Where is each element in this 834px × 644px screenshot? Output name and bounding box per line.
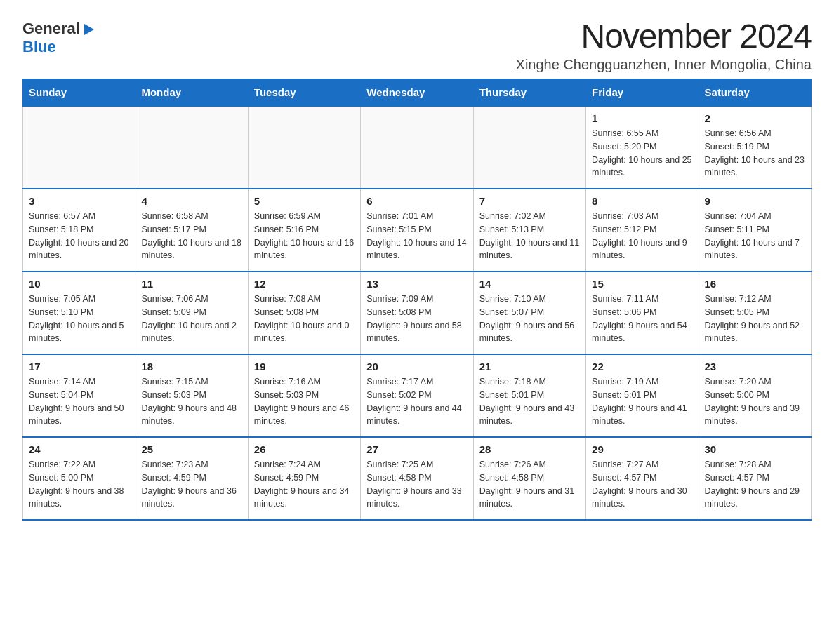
day-info: Sunrise: 7:23 AMSunset: 4:59 PMDaylight:…: [141, 458, 241, 511]
weekday-header-row: SundayMondayTuesdayWednesdayThursdayFrid…: [23, 79, 812, 107]
day-info: Sunrise: 6:59 AMSunset: 5:16 PMDaylight:…: [254, 210, 355, 262]
calendar-body: 1Sunrise: 6:55 AMSunset: 5:20 PMDaylight…: [23, 106, 812, 520]
day-number: 23: [705, 361, 805, 373]
day-info: Sunrise: 7:24 AMSunset: 4:59 PMDaylight:…: [254, 458, 355, 511]
calendar-day-cell: [135, 106, 248, 189]
day-number: 9: [705, 195, 805, 207]
day-number: 27: [366, 443, 467, 455]
day-number: 7: [479, 195, 580, 207]
day-number: 2: [705, 112, 805, 124]
weekday-header-sunday: Sunday: [23, 79, 135, 107]
day-number: 3: [29, 195, 129, 207]
calendar-day-cell: 22Sunrise: 7:19 AMSunset: 5:01 PMDayligh…: [586, 354, 699, 437]
day-info: Sunrise: 7:04 AMSunset: 5:11 PMDaylight:…: [705, 210, 805, 262]
subtitle: Xinghe Chengguanzhen, Inner Mongolia, Ch…: [516, 57, 812, 73]
day-info: Sunrise: 7:03 AMSunset: 5:12 PMDaylight:…: [592, 210, 692, 262]
svg-marker-0: [84, 24, 94, 35]
calendar-day-cell: 5Sunrise: 6:59 AMSunset: 5:16 PMDaylight…: [248, 189, 360, 271]
calendar-day-cell: 21Sunrise: 7:18 AMSunset: 5:01 PMDayligh…: [473, 354, 585, 437]
day-number: 29: [592, 443, 692, 455]
day-info: Sunrise: 7:14 AMSunset: 5:04 PMDaylight:…: [29, 375, 129, 428]
day-number: 17: [29, 361, 129, 373]
calendar-week-row: 17Sunrise: 7:14 AMSunset: 5:04 PMDayligh…: [23, 354, 812, 437]
calendar-day-cell: 1Sunrise: 6:55 AMSunset: 5:20 PMDaylight…: [586, 106, 699, 189]
day-number: 1: [592, 112, 692, 124]
calendar-day-cell: [23, 106, 135, 189]
day-info: Sunrise: 7:18 AMSunset: 5:01 PMDaylight:…: [479, 375, 580, 428]
day-info: Sunrise: 7:15 AMSunset: 5:03 PMDaylight:…: [141, 375, 241, 428]
day-info: Sunrise: 7:09 AMSunset: 5:08 PMDaylight:…: [366, 293, 467, 345]
title-block: November 2024 Xinghe Chengguanzhen, Inne…: [516, 17, 812, 73]
calendar-day-cell: 29Sunrise: 7:27 AMSunset: 4:57 PMDayligh…: [586, 437, 699, 520]
day-number: 16: [705, 278, 805, 290]
day-info: Sunrise: 7:20 AMSunset: 5:00 PMDaylight:…: [705, 375, 805, 428]
calendar-day-cell: 13Sunrise: 7:09 AMSunset: 5:08 PMDayligh…: [361, 271, 473, 354]
day-info: Sunrise: 7:26 AMSunset: 4:58 PMDaylight:…: [479, 458, 580, 511]
calendar-day-cell: 2Sunrise: 6:56 AMSunset: 5:19 PMDaylight…: [699, 106, 811, 189]
calendar-week-row: 24Sunrise: 7:22 AMSunset: 5:00 PMDayligh…: [23, 437, 812, 520]
calendar-day-cell: 30Sunrise: 7:28 AMSunset: 4:57 PMDayligh…: [699, 437, 811, 520]
calendar-week-row: 1Sunrise: 6:55 AMSunset: 5:20 PMDaylight…: [23, 106, 812, 189]
logo: General Blue: [22, 20, 95, 56]
calendar-header: SundayMondayTuesdayWednesdayThursdayFrid…: [23, 79, 812, 107]
day-info: Sunrise: 7:28 AMSunset: 4:57 PMDaylight:…: [705, 458, 805, 511]
day-number: 25: [141, 443, 241, 455]
calendar-day-cell: 23Sunrise: 7:20 AMSunset: 5:00 PMDayligh…: [699, 354, 811, 437]
day-number: 6: [366, 195, 467, 207]
calendar-day-cell: 24Sunrise: 7:22 AMSunset: 5:00 PMDayligh…: [23, 437, 135, 520]
calendar-day-cell: 10Sunrise: 7:05 AMSunset: 5:10 PMDayligh…: [23, 271, 135, 354]
calendar-day-cell: 12Sunrise: 7:08 AMSunset: 5:08 PMDayligh…: [248, 271, 360, 354]
day-info: Sunrise: 7:08 AMSunset: 5:08 PMDaylight:…: [254, 293, 355, 345]
calendar-day-cell: 15Sunrise: 7:11 AMSunset: 5:06 PMDayligh…: [586, 271, 699, 354]
main-title: November 2024: [516, 17, 812, 55]
weekday-header-tuesday: Tuesday: [248, 79, 360, 107]
day-number: 8: [592, 195, 692, 207]
day-info: Sunrise: 7:11 AMSunset: 5:06 PMDaylight:…: [592, 293, 692, 345]
day-number: 18: [141, 361, 241, 373]
day-info: Sunrise: 7:27 AMSunset: 4:57 PMDaylight:…: [592, 458, 692, 511]
weekday-header-thursday: Thursday: [473, 79, 585, 107]
calendar-day-cell: 20Sunrise: 7:17 AMSunset: 5:02 PMDayligh…: [361, 354, 473, 437]
calendar-day-cell: 4Sunrise: 6:58 AMSunset: 5:17 PMDaylight…: [135, 189, 248, 271]
calendar-day-cell: 3Sunrise: 6:57 AMSunset: 5:18 PMDaylight…: [23, 189, 135, 271]
day-info: Sunrise: 7:01 AMSunset: 5:15 PMDaylight:…: [366, 210, 467, 262]
day-info: Sunrise: 7:02 AMSunset: 5:13 PMDaylight:…: [479, 210, 580, 262]
page-header: General Blue November 2024 Xinghe Chengg…: [22, 17, 812, 73]
day-info: Sunrise: 6:56 AMSunset: 5:19 PMDaylight:…: [705, 127, 805, 180]
logo-blue-text: Blue: [22, 38, 56, 55]
calendar-week-row: 10Sunrise: 7:05 AMSunset: 5:10 PMDayligh…: [23, 271, 812, 354]
day-number: 4: [141, 195, 241, 207]
day-number: 21: [479, 361, 580, 373]
day-info: Sunrise: 7:10 AMSunset: 5:07 PMDaylight:…: [479, 293, 580, 345]
day-number: 24: [29, 443, 129, 455]
day-info: Sunrise: 6:57 AMSunset: 5:18 PMDaylight:…: [29, 210, 129, 262]
day-info: Sunrise: 7:19 AMSunset: 5:01 PMDaylight:…: [592, 375, 692, 428]
day-info: Sunrise: 7:12 AMSunset: 5:05 PMDaylight:…: [705, 293, 805, 345]
calendar-day-cell: 28Sunrise: 7:26 AMSunset: 4:58 PMDayligh…: [473, 437, 585, 520]
day-info: Sunrise: 7:22 AMSunset: 5:00 PMDaylight:…: [29, 458, 129, 511]
day-info: Sunrise: 7:16 AMSunset: 5:03 PMDaylight:…: [254, 375, 355, 428]
day-number: 19: [254, 361, 355, 373]
calendar-day-cell: 6Sunrise: 7:01 AMSunset: 5:15 PMDaylight…: [361, 189, 473, 271]
calendar-day-cell: 26Sunrise: 7:24 AMSunset: 4:59 PMDayligh…: [248, 437, 360, 520]
day-info: Sunrise: 6:58 AMSunset: 5:17 PMDaylight:…: [141, 210, 241, 262]
day-number: 15: [592, 278, 692, 290]
day-info: Sunrise: 7:05 AMSunset: 5:10 PMDaylight:…: [29, 293, 129, 345]
day-number: 13: [366, 278, 467, 290]
day-number: 14: [479, 278, 580, 290]
day-number: 22: [592, 361, 692, 373]
day-number: 28: [479, 443, 580, 455]
day-number: 10: [29, 278, 129, 290]
weekday-header-saturday: Saturday: [699, 79, 811, 107]
calendar-table: SundayMondayTuesdayWednesdayThursdayFrid…: [22, 79, 812, 521]
calendar-day-cell: [248, 106, 360, 189]
calendar-day-cell: 19Sunrise: 7:16 AMSunset: 5:03 PMDayligh…: [248, 354, 360, 437]
calendar-day-cell: 8Sunrise: 7:03 AMSunset: 5:12 PMDaylight…: [586, 189, 699, 271]
day-info: Sunrise: 7:06 AMSunset: 5:09 PMDaylight:…: [141, 293, 241, 345]
calendar-day-cell: 17Sunrise: 7:14 AMSunset: 5:04 PMDayligh…: [23, 354, 135, 437]
day-number: 20: [366, 361, 467, 373]
day-info: Sunrise: 7:25 AMSunset: 4:58 PMDaylight:…: [366, 458, 467, 511]
weekday-header-wednesday: Wednesday: [361, 79, 473, 107]
day-number: 5: [254, 195, 355, 207]
calendar-day-cell: 14Sunrise: 7:10 AMSunset: 5:07 PMDayligh…: [473, 271, 585, 354]
